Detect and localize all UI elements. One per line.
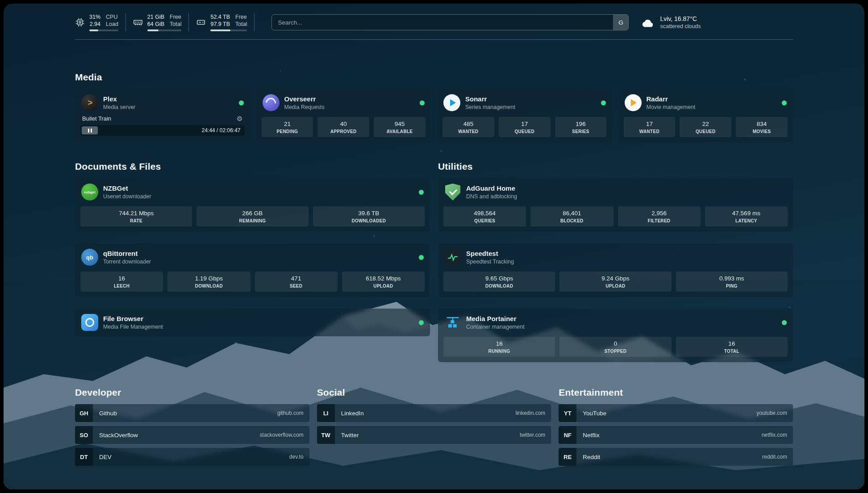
bookmark-url: stackoverflow.com: [260, 432, 304, 438]
plex-header[interactable]: Plex Media server: [80, 93, 245, 111]
section-title-media: Media: [75, 72, 793, 83]
memory-labels: Free Total: [170, 13, 181, 28]
nzbget-header[interactable]: nzbget NZBGet Usenet downloader: [80, 183, 425, 201]
nzbget-title-block: NZBGet Usenet downloader: [103, 184, 151, 200]
resource-widgets: 31% 2.94 CPU Load: [75, 13, 262, 31]
service-desc: Usenet downloader: [103, 193, 151, 200]
stat-rate: 744.21 Mbps RATE: [80, 206, 192, 226]
service-card-portainer: Media Portainer Container management 16 …: [438, 309, 793, 362]
qbittorrent-stats: 16 LEECH 1.19 Gbps DOWNLOAD 471 SEED 6: [80, 272, 425, 292]
qbittorrent-header[interactable]: qb qBittorrent Torrent downloader: [80, 248, 425, 266]
memory-total-label: Total: [170, 21, 181, 28]
stat-upload: 9.24 Gbps UPLOAD: [559, 272, 671, 292]
settings-gear-icon[interactable]: [237, 115, 242, 122]
qbittorrent-icon-label: qb: [86, 254, 93, 261]
radarr-icon: [625, 94, 642, 111]
stat-value: 196: [557, 121, 605, 127]
entertainment-list: YT YouTube youtube.com NF Netflix netfli…: [559, 404, 793, 466]
overseerr-stats: 21 PENDING 40 APPROVED 945 AVAILABLE: [262, 117, 426, 137]
pause-icon: [91, 129, 92, 133]
status-dot: [601, 100, 606, 105]
dashboard-frame: 31% 2.94 CPU Load: [4, 4, 864, 489]
service-desc: Container management: [466, 324, 525, 330]
overseerr-header[interactable]: Overseerr Media Requests: [262, 93, 426, 111]
pause-button[interactable]: [82, 126, 98, 134]
nzbget-icon-label: nzbget: [84, 190, 96, 194]
disk-progress-track: [210, 29, 247, 31]
stat-value: 39.6 TB: [315, 210, 423, 217]
topbar-divider: [75, 39, 793, 40]
section-title-developer: Developer: [75, 387, 309, 398]
stat-label: WANTED: [444, 129, 492, 134]
media-group: Plex Media server Bullet Train 24:44 / 0…: [75, 89, 793, 142]
playback-time: 24:44 / 02:06:47: [202, 127, 245, 134]
search-input[interactable]: [271, 14, 629, 30]
bookmark-abbr: RE: [559, 448, 576, 466]
service-desc: DNS and adblocking: [466, 193, 517, 200]
weather-widget: Lviv, 16.87°C scattered clouds: [640, 15, 701, 30]
stat-latency: 47.569 ms LATENCY: [705, 206, 788, 226]
stat-value: 618.52 Mbps: [344, 275, 423, 282]
stat-value: 1.19 Gbps: [169, 275, 248, 282]
bookmark-abbr: SO: [75, 426, 93, 444]
bookmark-abbr: YT: [559, 404, 576, 422]
portainer-stats: 16 RUNNING 0 STOPPED 16 TOTAL: [443, 337, 788, 357]
radarr-header[interactable]: Radarr Movie management: [624, 93, 788, 111]
disk-rows: 52.4 TB 97.9 TB Free Total: [210, 13, 247, 28]
bookmark-reddit[interactable]: RE Reddit reddit.com: [559, 448, 793, 466]
service-name: Speedtest: [466, 250, 514, 258]
bookmark-abbr: TW: [317, 426, 335, 444]
cpu-load-label: Load: [106, 21, 118, 28]
stat-label: REMAINING: [198, 218, 306, 223]
documents-column: Documents & Files nzbget NZBGet Usenet d…: [75, 161, 430, 336]
stat-seed: 471 SEED: [255, 272, 338, 292]
nzbget-stats: 744.21 Mbps RATE 266 GB REMAINING 39.6 T…: [80, 206, 425, 226]
service-desc: Series management: [465, 104, 515, 111]
speedtest-header[interactable]: Speedtest Speedtest Tracking: [443, 248, 788, 266]
bookmark-dev[interactable]: DT DEV dev.to: [75, 448, 309, 466]
bookmark-linkedin[interactable]: LI LinkedIn linkedin.com: [317, 404, 551, 422]
stat-value: 0: [561, 340, 669, 347]
bookmark-url: youtube.com: [756, 410, 787, 416]
section-title-social: Social: [317, 387, 551, 398]
status-dot: [782, 100, 787, 105]
speedtest-icon: [444, 249, 461, 266]
disk-values: 52.4 TB 97.9 TB: [210, 13, 230, 28]
bookmark-github[interactable]: GH Github github.com: [75, 404, 309, 422]
search-bar: G: [271, 14, 629, 30]
section-title-documents: Documents & Files: [75, 161, 430, 172]
stat-label: QUERIES: [445, 218, 524, 223]
stat-stopped: 0 STOPPED: [559, 337, 671, 357]
service-desc: Movie management: [647, 104, 696, 111]
memory-rows: 21 GiB 64 GiB Free Total: [147, 13, 182, 28]
portainer-header[interactable]: Media Portainer Container management: [443, 313, 788, 331]
stat-total: 16 TOTAL: [676, 337, 788, 357]
bookmark-twitter[interactable]: TW Twitter twitter.com: [317, 426, 551, 444]
search-provider-button[interactable]: G: [613, 15, 628, 30]
bookmark-stackoverflow[interactable]: SO StackOverflow stackoverflow.com: [75, 426, 309, 444]
stat-value: 16: [82, 275, 161, 282]
bookmark-netflix[interactable]: NF Netflix netflix.com: [559, 426, 793, 444]
stat-queued: 22 QUEUED: [680, 117, 731, 137]
stat-value: 16: [445, 340, 553, 347]
bookmark-youtube[interactable]: YT YouTube youtube.com: [559, 404, 793, 422]
radarr-stats: 17 WANTED 22 QUEUED 834 MOVIES: [624, 117, 788, 137]
service-card-adguard: AdGuard Home DNS and adblocking 498,564 …: [438, 178, 793, 232]
service-name: Sonarr: [465, 95, 515, 103]
stat-wanted: 17 WANTED: [624, 117, 676, 137]
service-card-radarr: Radarr Movie management 17 WANTED 22 QUE…: [618, 89, 793, 142]
stat-label: UPLOAD: [344, 284, 423, 288]
disk-readout: 52.4 TB 97.9 TB Free Total: [210, 13, 247, 31]
memory-readout: 21 GiB 64 GiB Free Total: [147, 13, 182, 31]
bookmark-abbr: NF: [559, 426, 576, 444]
sonarr-header[interactable]: Sonarr Series management: [442, 93, 607, 111]
disk-progress-fill: [210, 29, 230, 31]
sonarr-title-block: Sonarr Series management: [465, 95, 515, 111]
service-name: AdGuard Home: [466, 184, 517, 192]
cpu-load-value: 2.94: [90, 21, 100, 28]
service-name: NZBGet: [103, 184, 151, 192]
adguard-header[interactable]: AdGuard Home DNS and adblocking: [443, 183, 788, 201]
filebrowser-header[interactable]: File Browser Media File Management: [80, 313, 425, 331]
stat-pending: 21 PENDING: [262, 117, 313, 137]
service-name: Plex: [103, 95, 135, 103]
